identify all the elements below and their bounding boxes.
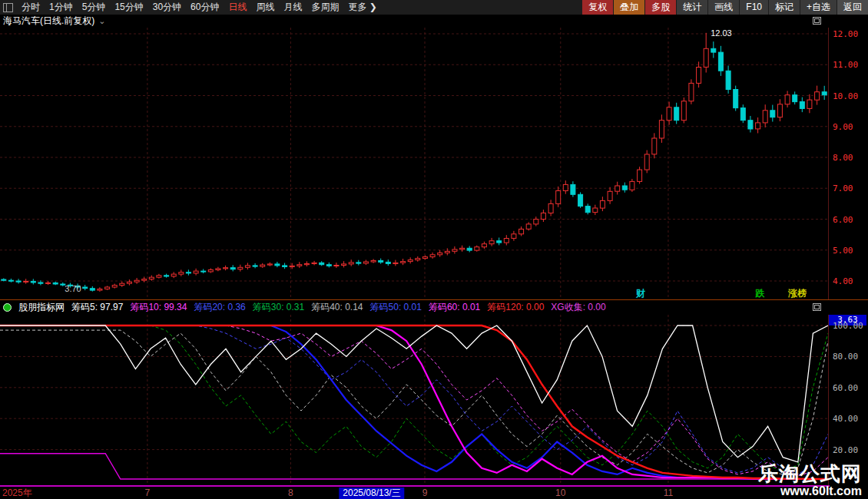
window-icon[interactable] — [3, 3, 13, 12]
action-menu-item[interactable]: 标记 — [769, 0, 800, 15]
action-menu-item[interactable]: 画线 — [708, 0, 739, 15]
chart-title-bar: 海马汽车(日线.前复权) ⌄ — [0, 15, 868, 28]
main-detach-icon[interactable] — [813, 17, 821, 25]
main-chart-panel[interactable]: 3.7012.03 12.0011.0010.009.008.007.006.0… — [0, 28, 868, 299]
period-menu: 分时1分钟5分钟15分钟30分钟60分钟日线周线月线多周期更多 ❯ — [17, 0, 382, 15]
period-menu-item[interactable]: 30分钟 — [148, 0, 186, 15]
app-window: 分时1分钟5分钟15分钟30分钟60分钟日线周线月线多周期更多 ❯ 复权叠加多股… — [0, 0, 868, 499]
action-menu-item[interactable]: 返回 — [837, 0, 868, 15]
period-menu-item[interactable]: 日线 — [224, 0, 251, 15]
timeline-year: 2025年 — [2, 487, 32, 499]
indicator-value: 筹码5: 97.97 — [71, 301, 123, 314]
indicator-tick: 40.00 — [833, 414, 858, 424]
menubar: 分时1分钟5分钟15分钟30分钟60分钟日线周线月线多周期更多 ❯ 复权叠加多股… — [0, 0, 868, 15]
timeline-month: 10 — [555, 487, 565, 499]
indicator-value: 筹码60: 0.01 — [429, 301, 480, 314]
indicator-value: 筹码120: 0.00 — [487, 301, 544, 314]
action-menu-item[interactable]: 复权 — [582, 0, 613, 15]
indicator-values: 筹码5: 97.97筹码10: 99.34筹码20: 0.36筹码30: 0.3… — [71, 301, 606, 314]
action-menu-item[interactable]: 统计 — [677, 0, 707, 15]
timeline-month: 7 — [145, 487, 151, 499]
watermark-site-name: 乐淘公式网 — [758, 463, 862, 485]
price-tick: 5.00 — [833, 245, 853, 255]
indicator-tick: 20.00 — [833, 444, 858, 454]
indicator-logo-icon — [3, 303, 12, 312]
price-tick: 12.00 — [833, 29, 858, 39]
price-tick: 11.00 — [833, 60, 858, 70]
action-menu-item[interactable]: +自选 — [800, 0, 837, 15]
svg-text:3.70: 3.70 — [65, 284, 81, 293]
price-tick: 6.00 — [833, 214, 853, 224]
title-caret-icon[interactable]: ⌄ — [98, 16, 105, 26]
timeline-month: 9 — [422, 487, 428, 499]
action-menu-item[interactable]: 叠加 — [614, 0, 644, 15]
indicator-value: 筹码10: 99.34 — [130, 301, 187, 314]
period-menu-item[interactable]: 更多 ❯ — [343, 0, 381, 15]
indicator-title[interactable]: 股朋指标网 — [18, 301, 65, 314]
indicator-axis: 100.0080.0060.0040.0020.00 — [828, 315, 868, 486]
price-axis: 12.0011.0010.009.008.007.006.005.004.00 — [828, 28, 868, 299]
indicator-value: 筹码50: 0.01 — [370, 301, 422, 314]
price-tick: 8.00 — [833, 153, 853, 163]
indicator-value: 筹码40: 0.14 — [311, 301, 363, 314]
timeline-month: 11 — [664, 487, 673, 499]
watermark-url: www.60lt.com — [758, 484, 862, 498]
period-menu-item[interactable]: 分时 — [17, 0, 45, 15]
stock-title[interactable]: 海马汽车(日线.前复权) — [3, 15, 94, 28]
ticker-label[interactable]: 财 — [636, 287, 645, 300]
price-tick: 9.00 — [833, 121, 853, 131]
candlestick-chart[interactable]: 3.7012.03 — [0, 28, 828, 299]
price-tick: 10.00 — [833, 91, 858, 101]
action-menu-item[interactable]: 多股 — [645, 0, 676, 15]
indicator-value: XG收集: 0.00 — [551, 301, 605, 314]
price-tick: 7.00 — [833, 183, 853, 193]
period-menu-item[interactable]: 多周期 — [306, 0, 343, 15]
indicator-value: 筹码30: 0.31 — [253, 301, 304, 314]
indicator-chart[interactable] — [0, 315, 828, 486]
period-menu-item[interactable]: 月线 — [279, 0, 306, 15]
action-menu-item[interactable]: F10 — [740, 0, 768, 15]
indicator-header: 股朋指标网 筹码5: 97.97筹码10: 99.34筹码20: 0.36筹码3… — [0, 301, 868, 314]
indicator-bottom-frame — [0, 485, 830, 487]
indicator-tick: 60.00 — [833, 382, 858, 392]
indicator-detach-icon[interactable] — [813, 303, 821, 311]
period-menu-item[interactable]: 周线 — [251, 0, 279, 15]
indicator-tick: 80.00 — [833, 352, 858, 362]
period-menu-item[interactable]: 1分钟 — [45, 0, 78, 15]
indicator-tick: 100.00 — [833, 321, 863, 331]
ticker-label[interactable]: 涨榜 — [788, 287, 807, 300]
watermark: 乐淘公式网 www.60lt.com — [758, 463, 862, 498]
period-menu-item[interactable]: 5分钟 — [78, 0, 111, 15]
indicator-value: 筹码20: 0.36 — [194, 301, 245, 314]
action-menu: 复权叠加多股统计画线F10标记+自选返回 — [581, 0, 868, 15]
panel-divider — [0, 299, 868, 300]
svg-text:12.03: 12.03 — [711, 28, 732, 38]
period-menu-item[interactable]: 15分钟 — [110, 0, 147, 15]
timeline-month: 8 — [288, 487, 293, 499]
period-menu-item[interactable]: 60分钟 — [186, 0, 224, 15]
price-tick: 4.00 — [833, 276, 853, 286]
cursor-date-badge: 2025/08/13/三 — [339, 487, 404, 499]
timeline[interactable]: 2025年 2025/08/13/三 7891011 — [0, 487, 868, 499]
ticker-label[interactable]: 跌 — [755, 287, 764, 300]
